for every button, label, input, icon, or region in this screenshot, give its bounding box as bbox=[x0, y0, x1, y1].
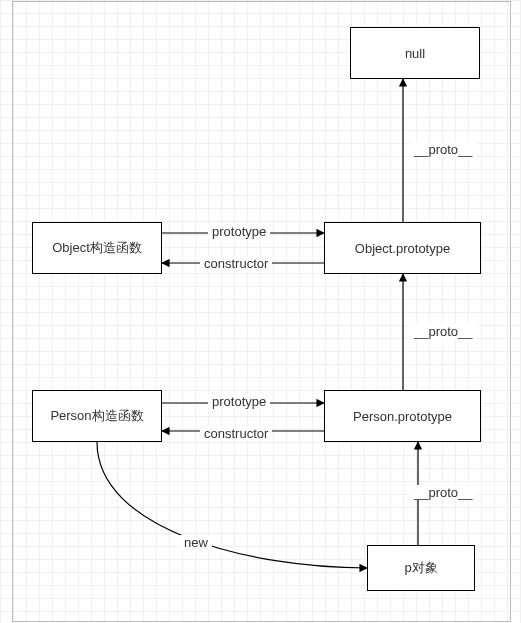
node-person-prototype: Person.prototype bbox=[324, 390, 481, 442]
node-person-prototype-label: Person.prototype bbox=[353, 409, 452, 424]
node-p-object-label: p对象 bbox=[404, 559, 437, 577]
label-object-prototype-edge: prototype bbox=[208, 224, 270, 239]
label-pobj-to-personproto: __proto__ bbox=[410, 485, 477, 500]
label-person-prototype-edge: prototype bbox=[208, 394, 270, 409]
node-object-prototype-label: Object.prototype bbox=[355, 241, 450, 256]
diagram-frame bbox=[12, 1, 511, 622]
node-person-constructor-label: Person构造函数 bbox=[50, 407, 143, 425]
node-person-constructor: Person构造函数 bbox=[32, 390, 162, 442]
label-objproto-to-null: __proto__ bbox=[410, 142, 477, 157]
label-person-constructor-edge: constructor bbox=[200, 426, 272, 441]
label-new-edge: new bbox=[180, 535, 212, 550]
node-p-object: p对象 bbox=[367, 545, 475, 591]
node-null: null bbox=[350, 27, 480, 79]
label-object-constructor-edge: constructor bbox=[200, 256, 272, 271]
label-personproto-to-objproto: __proto__ bbox=[410, 324, 477, 339]
node-object-prototype: Object.prototype bbox=[324, 222, 481, 274]
node-object-constructor-label: Object构造函数 bbox=[52, 239, 142, 257]
node-null-label: null bbox=[405, 46, 425, 61]
node-object-constructor: Object构造函数 bbox=[32, 222, 162, 274]
